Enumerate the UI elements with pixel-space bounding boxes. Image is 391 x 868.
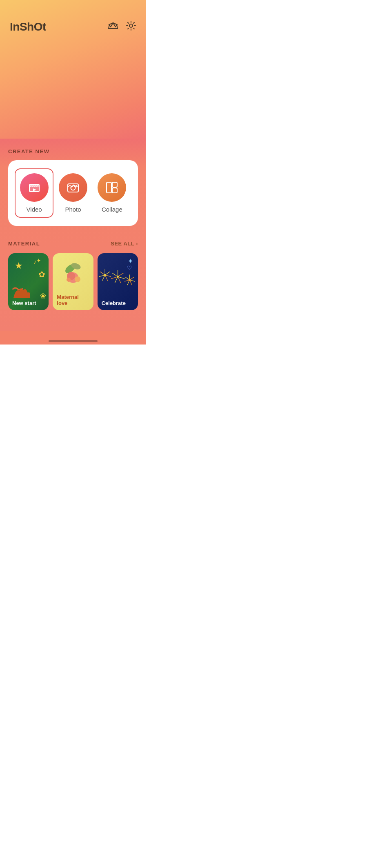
- svg-line-35: [112, 273, 118, 276]
- material-card-new-start[interactable]: ★ ✦ ♪ ✿ 〜 ❀ New start: [8, 253, 49, 310]
- collage-label: Collage: [102, 206, 122, 213]
- photo-icon-circle: [59, 173, 87, 202]
- header-gradient: InShOt: [0, 0, 146, 139]
- see-all-button[interactable]: SEE ALL ›: [111, 241, 138, 247]
- flame-deco: [11, 287, 32, 299]
- svg-rect-14: [112, 182, 117, 187]
- content-area: CREATE NEW: [0, 139, 146, 331]
- svg-rect-15: [112, 188, 117, 193]
- create-item-photo[interactable]: Photo: [53, 168, 92, 218]
- svg-point-44: [117, 276, 119, 278]
- svg-point-1: [129, 24, 133, 27]
- create-item-video[interactable]: Video: [15, 168, 53, 218]
- video-label: Video: [27, 206, 42, 213]
- app-logo: InShOt: [10, 20, 46, 33]
- svg-line-30: [118, 273, 123, 276]
- app-wrapper: InShOt CREATE NEW: [0, 0, 146, 345]
- video-icon-circle: [20, 173, 49, 202]
- create-new-card: Video Photo: [8, 160, 138, 226]
- svg-rect-10: [68, 184, 78, 192]
- celebrate-label: Celebrate: [102, 300, 134, 306]
- svg-rect-13: [107, 182, 111, 193]
- settings-icon[interactable]: [126, 20, 136, 33]
- new-start-label: New start: [12, 300, 44, 306]
- maternal-love-label: Maternal love: [57, 294, 89, 306]
- material-cards: ★ ✦ ♪ ✿ 〜 ❀ New start: [8, 253, 138, 310]
- material-card-celebrate[interactable]: ✦ ♡: [98, 253, 138, 310]
- chevron-right-icon: ›: [136, 241, 138, 247]
- collage-icon-circle: [98, 173, 126, 202]
- svg-point-21: [67, 278, 71, 282]
- star-icon-2: ✦: [36, 257, 41, 264]
- flower-icon-2: ❀: [40, 292, 46, 300]
- material-section: MATERIAL SEE ALL › ★ ✦ ♪ ✿ 〜: [0, 232, 146, 314]
- star-icon-1: ★: [15, 261, 23, 271]
- home-indicator: [49, 340, 98, 342]
- svg-point-20: [75, 276, 80, 282]
- material-title: MATERIAL: [8, 241, 40, 247]
- create-new-section: CREATE NEW: [0, 139, 146, 232]
- music-note-icon: ♪: [33, 258, 36, 265]
- maternal-illustration: [59, 257, 87, 286]
- svg-point-12: [76, 185, 77, 186]
- crown-icon[interactable]: [108, 21, 118, 33]
- create-item-collage[interactable]: Collage: [93, 168, 131, 218]
- photo-label: Photo: [65, 206, 81, 213]
- create-new-title: CREATE NEW: [8, 148, 138, 155]
- bottom-bar: [0, 331, 146, 345]
- header-icons: [108, 20, 136, 33]
- header-top: InShOt: [10, 20, 136, 33]
- flower-icon-1: ✿: [38, 269, 45, 279]
- svg-point-43: [104, 274, 106, 276]
- material-card-maternal-love[interactable]: Maternal love: [53, 253, 93, 310]
- material-header: MATERIAL SEE ALL ›: [8, 241, 138, 247]
- svg-point-45: [129, 279, 131, 281]
